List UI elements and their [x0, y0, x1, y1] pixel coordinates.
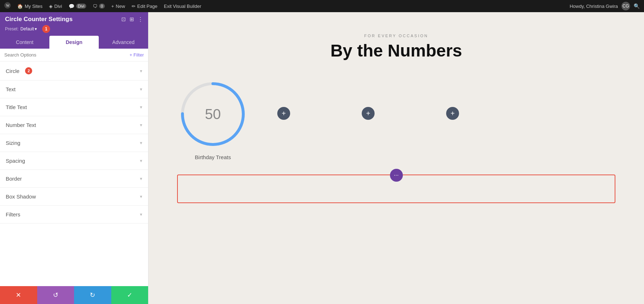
- preset-dropdown[interactable]: Default ▾: [20, 26, 37, 31]
- section-filters: Filters ▾: [0, 206, 148, 224]
- tab-content[interactable]: Content: [0, 36, 49, 49]
- section-box-shadow: Box Shadow ▾: [0, 188, 148, 206]
- section-circle-label: Circle: [6, 68, 19, 74]
- section-sizing: Sizing ▾: [0, 134, 148, 152]
- filter-button[interactable]: + Filter: [130, 52, 144, 58]
- tab-design[interactable]: Design: [49, 36, 99, 49]
- admin-bar-right: Howdy, Christina Gwira CG 🔍: [570, 2, 640, 10]
- greeting-text: Howdy, Christina Gwira: [570, 4, 618, 9]
- section-circle-header[interactable]: Circle 2 ▾: [6, 62, 142, 80]
- user-avatar[interactable]: CG: [621, 2, 630, 10]
- admin-bar: W 🏠 My Sites ◈ Divi 💬 Divi 🗨 0 + New ✏ E…: [0, 0, 644, 12]
- section-spacing: Spacing ▾: [0, 152, 148, 170]
- chevron-down-icon: ▾: [140, 140, 142, 146]
- svg-text:W: W: [6, 4, 10, 8]
- chevron-down-icon: ▾: [140, 87, 142, 92]
- add-counter-button-1[interactable]: +: [277, 107, 290, 120]
- section-circle: Circle 2 ▾: [0, 62, 148, 80]
- bottom-section-dots-button[interactable]: ···: [390, 169, 403, 182]
- section-number-text-label: Number Text: [6, 122, 36, 128]
- section-circle-badge: 2: [25, 67, 32, 74]
- section-text-header[interactable]: Text ▾: [6, 80, 142, 98]
- search-icon[interactable]: 🔍: [634, 3, 640, 9]
- sidebar-search-bar[interactable]: + Filter: [0, 49, 148, 62]
- wp-icon: W: [4, 2, 11, 10]
- section-filters-header[interactable]: Filters ▾: [6, 206, 142, 223]
- circle-counter: 50 Birthday Treats: [177, 78, 249, 160]
- chevron-down-icon: ▾: [140, 122, 142, 128]
- section-title-text-label: Title Text: [6, 104, 27, 110]
- sidebar-title-row: Circle Counter Settings ⊡ ⊞ ⋮: [5, 16, 143, 23]
- section-box-shadow-header[interactable]: Box Shadow ▾: [6, 188, 142, 205]
- tab-advanced[interactable]: Advanced: [99, 36, 148, 49]
- circle-svg-wrap: 50: [177, 78, 249, 150]
- save-button[interactable]: ✓: [111, 286, 148, 304]
- preset-label: Preset:: [5, 26, 19, 31]
- admin-bar-comments[interactable]: 💬 Divi: [69, 4, 86, 9]
- section-spacing-label: Spacing: [6, 158, 25, 164]
- chevron-down-icon: ▾: [140, 176, 142, 181]
- speech-icon: 🗨: [93, 4, 97, 9]
- section-text: Text ▾: [0, 80, 148, 98]
- counters-row: 50 Birthday Treats + + +: [163, 78, 630, 160]
- section-subtitle: FOR EVERY OCCASION: [163, 34, 630, 38]
- section-border-label: Border: [6, 176, 22, 182]
- section-text-label: Text: [6, 86, 16, 92]
- sidebar-sections: Circle 2 ▾ Text ▾ Title Text ▾: [0, 62, 148, 286]
- section-title-text: Title Text ▾: [0, 98, 148, 116]
- add-counter-button-3[interactable]: +: [446, 107, 459, 120]
- section-box-shadow-label: Box Shadow: [6, 193, 36, 200]
- admin-bar-divi[interactable]: ◈ Divi: [49, 4, 62, 9]
- section-sizing-header[interactable]: Sizing ▾: [6, 134, 142, 152]
- canvas: FOR EVERY OCCASION By the Numbers 50: [148, 12, 644, 304]
- chevron-down-icon: ▾: [140, 194, 142, 199]
- comment-icon: 💬: [69, 4, 74, 9]
- sidebar-tabs: Content Design Advanced: [0, 36, 148, 49]
- admin-bar-wp-logo[interactable]: W: [4, 2, 11, 10]
- admin-bar-my-sites[interactable]: 🏠 My Sites: [17, 4, 43, 9]
- more-icon[interactable]: ⋮: [138, 16, 143, 23]
- section-border-header[interactable]: Border ▾: [6, 170, 142, 187]
- admin-bar-new[interactable]: + New: [111, 4, 125, 9]
- main-layout: Circle Counter Settings ⊡ ⊞ ⋮ Preset: De…: [0, 12, 644, 304]
- chevron-down-icon: ▾: [35, 26, 37, 31]
- add-counter-button-2[interactable]: +: [362, 107, 375, 120]
- plus-icon: +: [111, 4, 114, 9]
- undo-button[interactable]: ↺: [37, 286, 74, 304]
- chevron-down-icon: ▾: [140, 104, 142, 110]
- layout-icon[interactable]: ⊞: [130, 16, 134, 23]
- sidebar: Circle Counter Settings ⊡ ⊞ ⋮ Preset: De…: [0, 12, 148, 304]
- cancel-button[interactable]: ✕: [0, 286, 37, 304]
- section-title: By the Numbers: [163, 41, 630, 60]
- chevron-down-icon: ▾: [140, 212, 142, 217]
- sidebar-header: Circle Counter Settings ⊡ ⊞ ⋮ Preset: De…: [0, 12, 148, 36]
- sidebar-header-icons: ⊡ ⊞ ⋮: [121, 16, 143, 23]
- sidebar-title: Circle Counter Settings: [5, 16, 73, 23]
- chevron-down-icon: ▾: [140, 68, 142, 74]
- circle-number: 50: [205, 106, 221, 122]
- admin-bar-new-comments[interactable]: 🗨 0: [93, 4, 105, 9]
- section-border: Border ▾: [0, 170, 148, 188]
- bottom-section: ···: [177, 175, 615, 203]
- section-number-text-header[interactable]: Number Text ▾: [6, 116, 142, 134]
- admin-bar-edit-page[interactable]: ✏ Edit Page: [132, 4, 157, 9]
- preset-row: Preset: Default ▾ 1: [5, 25, 143, 33]
- section-number-text: Number Text ▾: [0, 116, 148, 134]
- redo-button[interactable]: ↻: [74, 286, 111, 304]
- circle-label: Birthday Treats: [195, 154, 231, 160]
- notification-badge: 1: [42, 25, 50, 33]
- sidebar-bottom: ✕ ↺ ↻ ✓: [0, 286, 148, 304]
- edit-icon: ✏: [132, 4, 136, 9]
- canvas-content: FOR EVERY OCCASION By the Numbers 50: [148, 12, 644, 304]
- section-spacing-header[interactable]: Spacing ▾: [6, 152, 142, 170]
- section-title-text-header[interactable]: Title Text ▾: [6, 98, 142, 116]
- section-sizing-label: Sizing: [6, 140, 20, 146]
- divi-icon: ◈: [49, 4, 53, 9]
- home-icon: 🏠: [17, 4, 23, 9]
- section-filters-label: Filters: [6, 211, 20, 217]
- chevron-down-icon: ▾: [140, 158, 142, 163]
- window-icon[interactable]: ⊡: [121, 16, 126, 23]
- search-input[interactable]: [4, 52, 127, 58]
- admin-bar-exit-vb[interactable]: Exit Visual Builder: [164, 4, 201, 9]
